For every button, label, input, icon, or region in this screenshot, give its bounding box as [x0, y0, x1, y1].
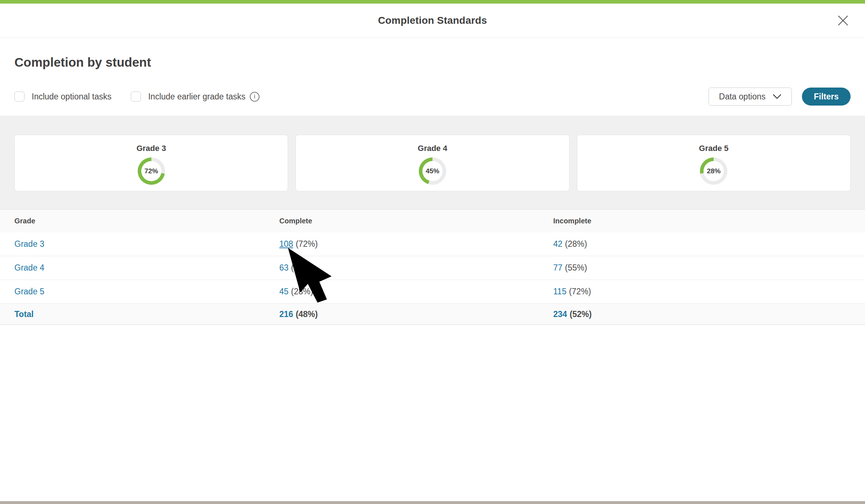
filters-button[interactable]: Filters: [802, 88, 851, 106]
total-incomplete-count-link[interactable]: 234: [553, 309, 567, 319]
grade-5-incomplete-pct: (72%): [569, 287, 591, 296]
close-button[interactable]: [837, 14, 849, 27]
column-header-incomplete: Incomplete: [553, 217, 865, 225]
column-header-grade: Grade: [14, 217, 279, 225]
grade-card-5: Grade 5 28%: [577, 135, 851, 191]
grade-4-complete-count-link[interactable]: 63: [279, 263, 289, 272]
donut-percent-label: 45%: [426, 167, 439, 175]
top-accent-bar: [0, 0, 865, 4]
grade-3-incomplete-count-link[interactable]: 42: [553, 239, 563, 249]
include-optional-tasks-group: Include optional tasks: [14, 92, 111, 102]
table-header-row: Grade Complete Incomplete: [0, 209, 865, 232]
grade-5-complete-pct: (28%): [291, 287, 313, 296]
grade-card-3: Grade 3 72%: [14, 135, 288, 191]
info-icon[interactable]: i: [250, 92, 260, 102]
include-optional-tasks-checkbox[interactable]: [14, 92, 25, 102]
grade-5-link[interactable]: Grade 5: [14, 287, 44, 296]
grade-card-4: Grade 4 45%: [296, 135, 569, 191]
grade-3-complete-count-link[interactable]: 108: [279, 239, 293, 249]
grade-3-complete-pct: (72%): [296, 239, 318, 249]
grade-5-donut-chart: 28%: [700, 157, 727, 185]
page-title: Completion by student: [14, 38, 851, 70]
data-options-label: Data options: [719, 92, 766, 102]
donut-percent-label: 28%: [707, 167, 720, 175]
grade-4-link[interactable]: Grade 4: [14, 263, 44, 272]
bottom-edge-bar: [0, 501, 865, 504]
controls-row: Include optional tasks Include earlier g…: [14, 88, 851, 106]
total-label: Total: [14, 309, 34, 319]
grade-card-title: Grade 5: [577, 144, 850, 153]
grade-card-title: Grade 3: [15, 144, 288, 153]
completion-table: Grade Complete Incomplete Grade 3 108(72…: [0, 209, 865, 325]
grade-3-incomplete-pct: (28%): [565, 239, 587, 249]
chevron-down-icon: [773, 94, 781, 99]
close-icon: [837, 14, 849, 27]
include-earlier-grade-tasks-label: Include earlier grade tasks: [148, 92, 245, 102]
grade-3-donut-chart: 72%: [138, 157, 165, 185]
grade-5-complete-count-link[interactable]: 45: [279, 287, 289, 296]
donut-percent-label: 72%: [145, 167, 158, 175]
table-total-row: Total 216(48%) 234(52%): [0, 304, 865, 325]
include-earlier-grade-tasks-checkbox[interactable]: [131, 92, 141, 102]
total-incomplete-pct: (52%): [569, 309, 591, 319]
column-header-complete: Complete: [279, 217, 553, 225]
grade-cards-band: Grade 3 72% Grade 4 45% Grade 5 28%: [0, 116, 865, 209]
grade-4-incomplete-pct: (55%): [565, 263, 587, 272]
total-complete-pct: (48%): [296, 309, 318, 319]
data-options-dropdown[interactable]: Data options: [709, 88, 792, 106]
grade-5-incomplete-count-link[interactable]: 115: [553, 287, 567, 296]
table-row-grade-3: Grade 3 108(72%) 42(28%): [0, 232, 865, 256]
grade-3-link[interactable]: Grade 3: [14, 239, 44, 249]
total-complete-count-link[interactable]: 216: [279, 309, 293, 319]
table-row-grade-5: Grade 5 45(28%) 115(72%): [0, 280, 865, 304]
table-row-grade-4: Grade 4 63(45%) 77(55%): [0, 256, 865, 280]
include-optional-tasks-label: Include optional tasks: [32, 92, 111, 102]
modal-title: Completion Standards: [378, 15, 487, 26]
grade-4-complete-pct: (45%): [291, 263, 313, 272]
modal-header: Completion Standards: [0, 4, 865, 38]
grade-4-donut-chart: 45%: [419, 157, 446, 185]
include-earlier-grade-tasks-group: Include earlier grade tasks i: [131, 92, 260, 102]
grade-card-title: Grade 4: [296, 144, 569, 153]
grade-4-incomplete-count-link[interactable]: 77: [553, 263, 563, 272]
